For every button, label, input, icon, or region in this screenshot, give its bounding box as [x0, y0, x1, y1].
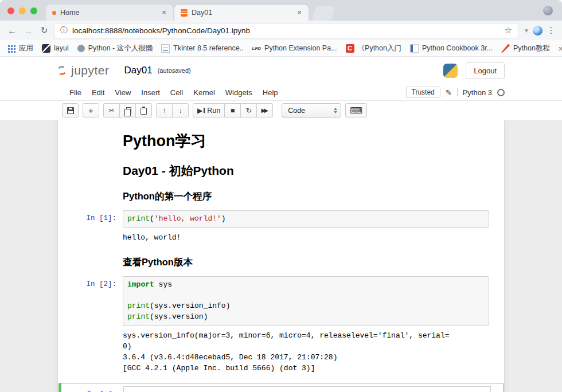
- save-button[interactable]: [62, 103, 79, 117]
- blog-favicon-icon: [77, 45, 85, 52]
- notebook-favicon-icon: [181, 9, 188, 17]
- bookmark-python-extension[interactable]: LFD Python Extension Pa...: [252, 44, 337, 53]
- jupyter-logo[interactable]: jupyter: [57, 64, 110, 77]
- code-token: (: [150, 214, 154, 223]
- markdown-cell[interactable]: Day01 - 初始Python: [58, 157, 504, 183]
- markdown-cell[interactable]: Python学习: [58, 127, 504, 157]
- minimize-window-button[interactable]: [19, 7, 26, 14]
- browser-window: Home × Day01 × ← → ↻ ⓘ localhost:8888/no…: [0, 0, 562, 392]
- notebook-area: Python学习 Day01 - 初始Python Python的第一个程序 I…: [0, 120, 562, 392]
- zoom-window-button[interactable]: [30, 7, 37, 14]
- add-cell-button[interactable]: +: [83, 103, 99, 117]
- paste-cell-button[interactable]: [135, 103, 152, 117]
- extension-globe-icon[interactable]: [533, 26, 543, 36]
- copy-cell-button[interactable]: [119, 103, 136, 117]
- jupyter-logo-text: jupyter: [71, 64, 110, 77]
- paste-icon: [140, 108, 147, 115]
- bookmark-python-tutorial[interactable]: Python教程: [501, 44, 550, 53]
- notebook-title[interactable]: Day01: [124, 65, 153, 76]
- run-label: Run: [207, 107, 220, 115]
- tab-home[interactable]: Home ×: [46, 5, 173, 21]
- interrupt-kernel-button[interactable]: ■: [224, 103, 241, 117]
- bookmark-cookbook[interactable]: Python Cookbook 3r...: [410, 44, 493, 53]
- code-input-editing[interactable]: [123, 386, 491, 392]
- bookmark-tkinter[interactable]: Tkinter 8.5 reference..: [161, 44, 243, 53]
- menu-kernel[interactable]: Kernel: [188, 88, 220, 97]
- menu-help[interactable]: Help: [257, 88, 283, 97]
- markdown-cell[interactable]: 查看Python版本: [58, 247, 504, 273]
- heading-1: Python学习: [123, 131, 489, 151]
- doc-favicon-icon: [161, 44, 170, 53]
- stop-icon: ■: [231, 107, 235, 115]
- new-tab-button[interactable]: [312, 6, 336, 21]
- copy-icon: [126, 107, 131, 113]
- extension-dropdown-icon[interactable]: ▼: [524, 28, 529, 34]
- divider: [457, 88, 458, 96]
- menu-insert[interactable]: Insert: [136, 88, 165, 97]
- bookmarks-overflow-icon[interactable]: »: [559, 44, 562, 53]
- move-cell-up-button[interactable]: ↑: [156, 103, 173, 117]
- markdown-cell[interactable]: Python的第一个程序: [58, 183, 504, 207]
- code-cell-3-selected[interactable]: In [ ]:: [58, 383, 504, 392]
- bookmark-label: Tkinter 8.5 reference..: [173, 44, 243, 52]
- menu-file[interactable]: File: [64, 88, 87, 97]
- back-icon[interactable]: ←: [6, 26, 18, 36]
- code-input[interactable]: import sys print(sys.version_info) print…: [123, 276, 489, 326]
- omnibox[interactable]: ⓘ localhost:8888/notebooks/PythonCode/Da…: [54, 23, 518, 38]
- cut-cell-button[interactable]: ✂: [103, 103, 120, 117]
- logout-button[interactable]: Logout: [466, 62, 505, 79]
- run-bar-icon: [204, 108, 205, 113]
- bookmark-apps[interactable]: 应用: [7, 44, 33, 53]
- restart-kernel-button[interactable]: ↻: [240, 103, 257, 117]
- prompt-spacer: [58, 331, 123, 374]
- menu-edit[interactable]: Edit: [87, 88, 110, 97]
- notebook-document: Python学习 Day01 - 初始Python Python的第一个程序 I…: [57, 120, 505, 392]
- jupyter-menubar: File Edit View Insert Cell Kernel Widget…: [0, 84, 562, 101]
- tab-title: Home: [60, 9, 155, 17]
- blank-code-line: [127, 291, 485, 301]
- prompt-spacer: [58, 190, 123, 203]
- restart-icon: ↻: [246, 107, 252, 115]
- restart-run-all-button[interactable]: ▶▶: [256, 103, 273, 117]
- save-icon: [67, 107, 74, 114]
- output-text: hello, world!: [123, 233, 489, 244]
- cell-type-dropdown[interactable]: Code: [282, 103, 341, 117]
- code-token: ): [221, 214, 226, 223]
- profile-icon[interactable]: [543, 6, 553, 15]
- cell-type-value: Code: [288, 107, 305, 115]
- reload-icon[interactable]: ↻: [38, 25, 50, 36]
- move-cell-down-button[interactable]: ↓: [172, 103, 189, 117]
- menu-view[interactable]: View: [110, 88, 136, 97]
- c-favicon-icon: C: [346, 44, 354, 53]
- plus-icon: +: [88, 106, 93, 115]
- book-favicon-icon: [410, 44, 419, 53]
- bookmark-star-icon[interactable]: ☆: [505, 25, 512, 36]
- trusted-badge[interactable]: Trusted: [406, 87, 440, 98]
- command-palette-button[interactable]: ⌨: [345, 103, 367, 117]
- page-info-icon[interactable]: ⓘ: [60, 25, 68, 36]
- close-window-button[interactable]: [7, 7, 14, 14]
- code-token: (sys.version): [150, 312, 208, 321]
- bookmarks-bar: 应用 layui Python - 这个人很懒 Tkinter 8.5 refe…: [0, 40, 562, 57]
- menu-cell[interactable]: Cell: [165, 88, 188, 97]
- url-text[interactable]: localhost:8888/notebooks/PythonCode/Day0…: [72, 26, 500, 35]
- bookmark-python-blog[interactable]: Python - 这个人很懒: [77, 44, 153, 53]
- tab-close-icon[interactable]: ×: [159, 8, 169, 17]
- menu-widgets[interactable]: Widgets: [220, 88, 257, 97]
- kernel-status-icon: [497, 89, 505, 96]
- bookmark-python-intro[interactable]: C 《Python入门: [346, 44, 401, 53]
- browser-menu-icon[interactable]: ⋮: [546, 25, 556, 36]
- code-input[interactable]: print('hello, world!'): [123, 210, 489, 228]
- arrow-down-icon: ↓: [179, 107, 182, 115]
- code-token: (sys.version_info): [150, 301, 230, 310]
- code-token: 'hello, world!': [154, 214, 221, 223]
- code-cell-2: In [2]: import sys print(sys.version_inf…: [58, 273, 504, 329]
- tab-close-icon[interactable]: ×: [295, 8, 304, 17]
- bookmark-layui[interactable]: layui: [42, 44, 69, 53]
- bookmark-label: Python教程: [513, 44, 550, 53]
- tab-day01[interactable]: Day01 ×: [174, 5, 309, 21]
- forward-icon[interactable]: →: [22, 26, 34, 36]
- run-cell-button[interactable]: ▶ Run: [193, 103, 225, 117]
- lfd-favicon-icon: LFD: [252, 44, 262, 53]
- code-token: print: [127, 312, 150, 321]
